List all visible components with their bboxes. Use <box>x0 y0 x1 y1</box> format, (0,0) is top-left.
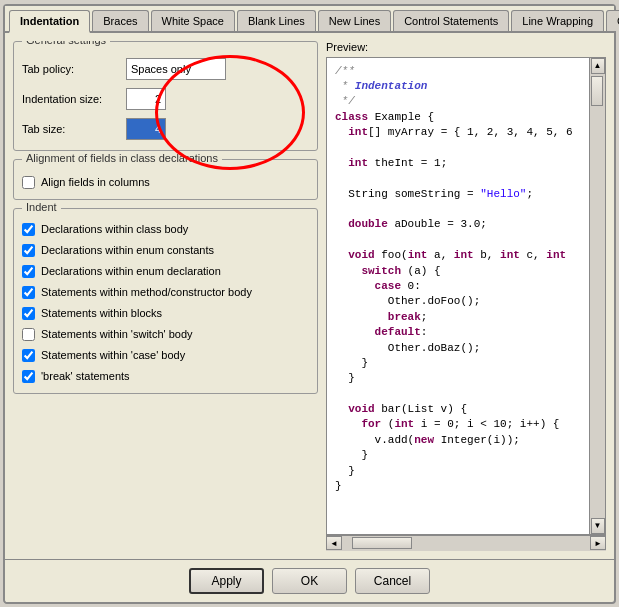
indent-checkbox-6[interactable] <box>22 349 35 362</box>
tab-linewrapping[interactable]: Line Wrapping <box>511 10 604 31</box>
tab-controlstatements[interactable]: Control Statements <box>393 10 509 31</box>
scroll-up-button[interactable]: ▲ <box>591 58 605 74</box>
indent-checkbox-2[interactable] <box>22 265 35 278</box>
general-settings-group: General settings Tab policy: Spaces only… <box>13 41 318 151</box>
align-fields-label: Align fields in columns <box>41 176 150 188</box>
left-panel: General settings Tab policy: Spaces only… <box>13 41 318 551</box>
indent-checkbox-4[interactable] <box>22 307 35 320</box>
list-item: Statements within blocks <box>22 307 309 320</box>
tab-indentation[interactable]: Indentation <box>9 10 90 33</box>
indentation-size-input[interactable] <box>126 88 166 110</box>
indentation-size-label: Indentation size: <box>22 93 122 105</box>
tab-whitespace[interactable]: White Space <box>151 10 235 31</box>
indent-checkbox-5[interactable] <box>22 328 35 341</box>
tab-blanklines[interactable]: Blank Lines <box>237 10 316 31</box>
general-settings-label: General settings <box>22 41 110 46</box>
cancel-button[interactable]: Cancel <box>355 568 430 594</box>
tab-size-input[interactable] <box>126 118 166 140</box>
list-item: 'break' statements <box>22 370 309 383</box>
indent-group: Indent Declarations within class body De… <box>13 208 318 394</box>
tab-comments[interactable]: Comments <box>606 10 619 31</box>
list-item: Statements within 'switch' body <box>22 328 309 341</box>
preview-box: /** * Indentation */ class Example { int… <box>326 57 606 535</box>
indent-items: Declarations within class body Declarati… <box>22 217 309 383</box>
scroll-down-button[interactable]: ▼ <box>591 518 605 534</box>
tab-policy-select[interactable]: Spaces only Tabs only Mixed <box>126 58 226 80</box>
dialog: Indentation Braces White Space Blank Lin… <box>3 4 616 604</box>
scroll-right-button[interactable]: ► <box>590 536 606 550</box>
indent-label-6: Statements within 'case' body <box>41 349 185 361</box>
tab-braces[interactable]: Braces <box>92 10 148 31</box>
preview-scrollbar-v[interactable]: ▲ ▼ <box>589 58 605 534</box>
tab-policy-row: Tab policy: Spaces only Tabs only Mixed <box>22 58 309 80</box>
indent-label-1: Declarations within enum constants <box>41 244 214 256</box>
list-item: Statements within 'case' body <box>22 349 309 362</box>
list-item: Declarations within class body <box>22 223 309 236</box>
list-item: Declarations within enum constants <box>22 244 309 257</box>
indent-label-3: Statements within method/constructor bod… <box>41 286 252 298</box>
ok-button[interactable]: OK <box>272 568 347 594</box>
indent-label-2: Declarations within enum declaration <box>41 265 221 277</box>
align-fields-row: Align fields in columns <box>22 176 309 189</box>
indent-label-4: Statements within blocks <box>41 307 162 319</box>
content-area: General settings Tab policy: Spaces only… <box>5 33 614 559</box>
indent-checkbox-0[interactable] <box>22 223 35 236</box>
tab-policy-label: Tab policy: <box>22 63 122 75</box>
indent-group-label: Indent <box>22 201 61 213</box>
scroll-track-h <box>342 536 590 551</box>
indent-label-5: Statements within 'switch' body <box>41 328 193 340</box>
right-panel: Preview: /** * Indentation */ class Exam… <box>326 41 606 551</box>
indent-label-7: 'break' statements <box>41 370 130 382</box>
list-item: Statements within method/constructor bod… <box>22 286 309 299</box>
preview-scrollbar-h[interactable]: ◄ ► <box>326 535 606 551</box>
align-fields-checkbox[interactable] <box>22 176 35 189</box>
indentation-size-row: Indentation size: <box>22 88 309 110</box>
tab-size-row: Tab size: <box>22 118 309 140</box>
indent-checkbox-3[interactable] <box>22 286 35 299</box>
scroll-left-button[interactable]: ◄ <box>326 536 342 550</box>
tab-bar: Indentation Braces White Space Blank Lin… <box>5 6 614 33</box>
preview-content: /** * Indentation */ class Example { int… <box>327 58 589 534</box>
preview-label: Preview: <box>326 41 606 53</box>
scroll-thumb-h[interactable] <box>352 537 412 549</box>
indent-label-0: Declarations within class body <box>41 223 188 235</box>
indent-checkbox-7[interactable] <box>22 370 35 383</box>
scroll-track-v <box>590 74 605 518</box>
tab-size-label: Tab size: <box>22 123 122 135</box>
list-item: Declarations within enum declaration <box>22 265 309 278</box>
indent-checkbox-1[interactable] <box>22 244 35 257</box>
tab-policy-select-wrapper: Spaces only Tabs only Mixed <box>126 58 226 80</box>
scroll-thumb-v[interactable] <box>591 76 603 106</box>
bottom-bar: Apply OK Cancel <box>5 559 614 602</box>
alignment-group: Alignment of fields in class declaration… <box>13 159 318 200</box>
tab-newlines[interactable]: New Lines <box>318 10 391 31</box>
alignment-label: Alignment of fields in class declaration… <box>22 152 222 164</box>
apply-button[interactable]: Apply <box>189 568 264 594</box>
